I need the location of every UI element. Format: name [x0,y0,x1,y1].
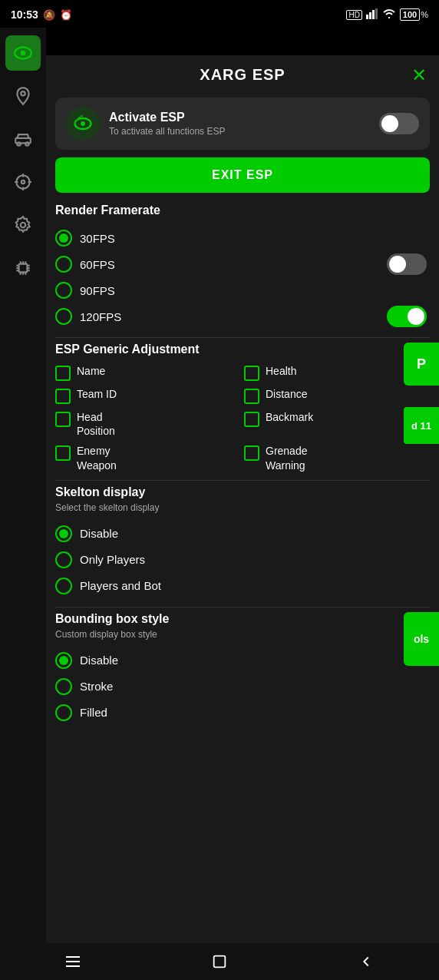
nav-home[interactable] [196,946,243,977]
render-framerate-title: Render Framerate [55,204,430,217]
checkbox-team-id-label: Team ID [77,387,117,401]
sidebar-item-location[interactable] [5,78,41,114]
svg-point-5 [21,51,26,56]
checkbox-team-id[interactable]: Team ID [55,387,241,404]
svg-point-15 [21,180,25,184]
checkbox-backmark-label: Backmark [266,410,313,424]
bounding-box-title: Bounding box style [55,612,430,626]
skelton-players-radio [55,551,72,568]
nav-menu[interactable] [50,946,96,977]
bbox-filled-option[interactable]: Filled [55,700,430,726]
close-button[interactable]: ✕ [411,65,427,86]
bounding-box-subtitle: Custom display box style [55,629,430,640]
fps-60-option[interactable]: 60FPS [55,251,387,277]
bbox-stroke-radio [55,678,72,695]
fps-60-toggle[interactable] [387,253,427,275]
checkbox-health-box [244,366,259,381]
skelton-title: Skelton display [55,485,430,499]
header: XARG ESP ✕ [46,55,439,94]
skelton-display-section: Skelton display Select the skelton displ… [46,485,439,599]
signal-icon [366,8,378,22]
fps-90-option[interactable]: 90FPS [55,277,430,303]
bounding-tab-label: ols [414,633,429,645]
bbox-stroke-label: Stroke [80,680,113,693]
checkbox-name-box [55,366,71,381]
skelton-playersbot-option[interactable]: Players and Bot [55,573,430,599]
activate-esp-card: Activate ESP To activate all functions E… [55,98,430,150]
bbox-disable-radio [55,652,72,669]
divider-3 [55,607,430,608]
checkbox-grenade-warning[interactable]: GrenadeWarning [244,444,430,472]
checkbox-distance-label: Distance [266,387,307,401]
checkbox-head-position-box [55,412,71,427]
skelton-playersbot-label: Players and Bot [80,579,161,592]
esp-tab-d11-label: d 11 [411,420,431,432]
checkbox-grenade-warning-label: GrenadeWarning [266,444,307,472]
sidebar-item-vehicle[interactable] [5,121,41,157]
svg-point-10 [16,175,29,188]
wifi-icon [382,8,396,22]
alarm-icon: ⏰ [60,9,72,21]
main-content: XARG ESP ✕ Activate ESP To activate all … [46,55,439,971]
render-framerate-section: Render Framerate 30FPS 60FPS 90FPS 12 [46,204,439,329]
svg-rect-2 [372,10,375,19]
bbox-filled-label: Filled [80,706,107,719]
mute-icon: 🔕 [43,9,55,21]
svg-rect-35 [214,956,226,968]
battery-icon: 100 % [400,8,428,21]
svg-point-16 [21,223,26,228]
checkbox-head-position[interactable]: HeadPosition [55,410,241,438]
bounding-tab-ols[interactable]: ols [404,612,439,666]
hd-badge: HD [346,10,361,20]
esp-tab-d11[interactable]: d 11 [404,407,439,444]
bounding-box-section: Bounding box style Custom display box st… [46,612,439,726]
checkbox-backmark[interactable]: Backmark d 11 [244,410,430,438]
skelton-subtitle: Select the skelton display [55,502,430,513]
svg-rect-17 [19,264,28,273]
esp-tab-p[interactable]: P [404,343,439,386]
fps-30-option[interactable]: 30FPS [55,225,430,251]
checkbox-backmark-box [244,412,259,427]
checkbox-enemy-weapon[interactable]: EnemyWeapon [55,444,241,472]
sidebar-item-settings[interactable] [5,207,41,243]
exit-esp-button[interactable]: EXIT ESP [55,157,430,193]
svg-rect-0 [366,15,368,19]
sidebar [0,28,46,943]
checkbox-health[interactable]: Health [244,364,430,381]
activate-esp-toggle[interactable] [379,113,419,134]
fps-60-toggle-knob [389,256,406,273]
bbox-filled-radio [55,704,72,721]
skelton-players-option[interactable]: Only Players [55,547,430,573]
checkbox-enemy-weapon-box [55,445,71,461]
checkbox-distance-box [244,389,259,404]
sidebar-item-hardware[interactable] [5,250,41,286]
fps-120-row: 120FPS [55,303,430,329]
esp-generic-title: ESP Generic Adjustment [55,343,430,356]
svg-rect-3 [375,8,378,19]
bbox-stroke-option[interactable]: Stroke [55,674,430,700]
fps-120-label: 120FPS [80,310,121,323]
status-right: HD 100 % [346,8,428,22]
checkbox-health-label: Health [266,364,296,378]
bbox-disable-option[interactable]: Disable [55,647,430,674]
svg-point-6 [21,91,25,95]
activate-subtitle: To activate all functions ESP [109,126,370,137]
sidebar-item-aimbot[interactable] [5,164,41,200]
esp-generic-section: ESP Generic Adjustment P Name Health Tea… [46,343,439,472]
checkbox-name[interactable]: Name [55,364,241,381]
checkbox-team-id-box [55,389,71,404]
fps-90-radio [55,282,72,299]
fps-120-option[interactable]: 120FPS [55,303,387,329]
esp-checkboxes: Name Health Team ID Distance HeadPositio… [55,364,430,472]
fps-120-toggle[interactable] [387,306,427,327]
checkbox-distance[interactable]: Distance [244,387,430,404]
skelton-disable-label: Disable [80,527,118,540]
nav-back[interactable] [343,946,389,977]
fps-60-row: 60FPS [55,251,430,277]
skelton-players-label: Only Players [80,553,145,566]
activate-text: Activate ESP To activate all functions E… [109,111,370,137]
sidebar-item-esp[interactable] [5,35,41,71]
skelton-disable-option[interactable]: Disable [55,521,430,547]
app-title: XARG ESP [200,66,285,84]
bbox-disable-label: Disable [80,654,118,667]
